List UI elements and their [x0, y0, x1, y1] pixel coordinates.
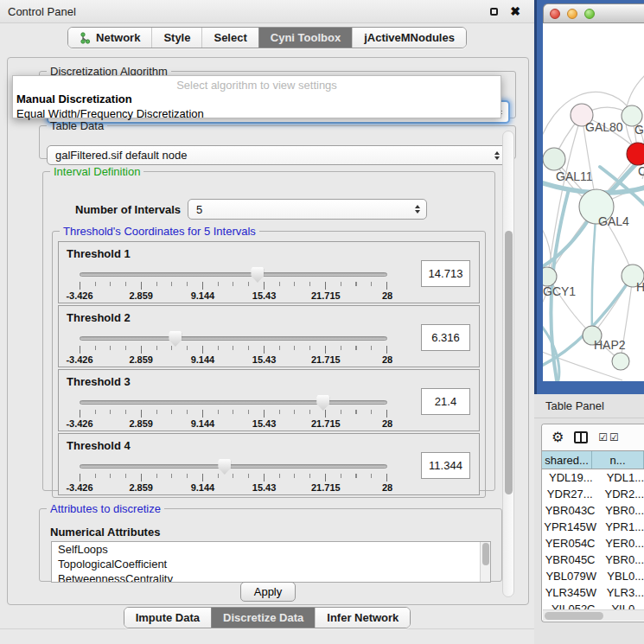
- slider-track[interactable]: [80, 272, 387, 277]
- table-row[interactable]: YBL079WYBL0...: [542, 568, 644, 584]
- table-row[interactable]: YDL19...YDL1...: [542, 469, 644, 486]
- tab-cyni-toolbox[interactable]: Cyni Toolbox: [258, 28, 352, 48]
- list-scrollbar-thumb[interactable]: [482, 543, 489, 565]
- node-partial-bottom[interactable]: [612, 353, 629, 370]
- table-data-group: Table Data galFiltered.sif default node: [39, 119, 516, 159]
- table-data-group-title: Table Data: [47, 119, 107, 132]
- threshold-value-input[interactable]: 14.713: [421, 260, 470, 287]
- apply-button[interactable]: Apply: [240, 582, 296, 602]
- popup-option-equal-width[interactable]: Equal Width/Frequency Discretization: [13, 106, 501, 121]
- table-row[interactable]: YDR27...YDR2...: [542, 486, 644, 502]
- slider-thumb[interactable]: [316, 395, 329, 411]
- column-header-shared-name[interactable]: shared...: [542, 451, 592, 469]
- close-traffic-light-icon[interactable]: [550, 9, 560, 19]
- close-icon[interactable]: ✖: [510, 5, 520, 17]
- list-item[interactable]: TopologicalCoefficient: [52, 557, 490, 571]
- tick-label: 28: [382, 354, 392, 365]
- threshold-label: Threshold 3: [67, 375, 131, 388]
- threshold-row: Threshold 3 -3.426 2.859 9.144 15.43: [58, 369, 480, 431]
- tick-label: 15.43: [252, 290, 277, 301]
- popup-option-manual[interactable]: Manual Discretization: [13, 92, 501, 106]
- threshold-label: Threshold 4: [67, 439, 131, 452]
- slider-tick-labels: -3.426 2.859 9.144 15.43 21.715 28: [80, 418, 387, 429]
- tick-label: 9.144: [191, 290, 215, 301]
- table-row[interactable]: YER054CYER0...: [542, 535, 644, 552]
- node-label: GAL11: [556, 169, 593, 183]
- combo-arrows-icon: [415, 205, 420, 214]
- columns-icon[interactable]: [574, 431, 588, 443]
- tab-infer-network[interactable]: Infer Network: [315, 608, 410, 628]
- tab-style[interactable]: Style: [151, 28, 201, 48]
- tick-label: 21.715: [311, 290, 341, 301]
- table-row[interactable]: YPR145WYPR1...: [542, 519, 644, 535]
- bottom-tabbar: Impute Data Discretize Data Infer Networ…: [0, 607, 534, 628]
- threshold-label: Threshold 1: [67, 247, 131, 260]
- checkbox-icon[interactable]: ☑: [609, 432, 619, 443]
- slider-major-ticks: [80, 346, 387, 354]
- panel-scrollbar[interactable]: [502, 131, 514, 597]
- node-label: C: [638, 164, 644, 178]
- slider-thumb[interactable]: [218, 459, 231, 475]
- threshold-slider[interactable]: -3.426 2.859 9.144 15.43 21.715 28: [80, 329, 387, 366]
- node-label: GCY1: [543, 284, 576, 298]
- tab-discretize-data[interactable]: Discretize Data: [211, 608, 315, 628]
- slider-thumb[interactable]: [169, 331, 182, 347]
- slider-track[interactable]: [80, 464, 387, 469]
- column-header-name[interactable]: n...: [592, 451, 644, 469]
- threshold-slider[interactable]: -3.426 2.859 9.144 15.43 21.715 28: [80, 265, 387, 302]
- table-row[interactable]: YBR045CYBR0...: [542, 552, 644, 568]
- node-label: H: [636, 280, 644, 294]
- node-red-selected[interactable]: [627, 143, 644, 165]
- gear-icon[interactable]: ⚙: [552, 430, 564, 444]
- threshold-value-input[interactable]: 11.344: [421, 452, 470, 479]
- algorithm-dropdown-popup: Select algorithm to view settings Manual…: [12, 75, 501, 118]
- list-item[interactable]: SelfLoops: [52, 542, 490, 557]
- interval-group-title: Interval Definition: [50, 165, 143, 178]
- panel-bottom-divider: [0, 628, 534, 629]
- table-toolbar: ⚙ ☑ ☑: [542, 424, 644, 450]
- popup-header: Select algorithm to view settings: [13, 76, 501, 92]
- minimize-traffic-light-icon[interactable]: [567, 9, 577, 19]
- network-view-window: GAL80 GA C GAL11 GAL4 GCY1 H HAP2: [534, 0, 644, 394]
- tick-label: -3.426: [66, 290, 92, 301]
- tab-network[interactable]: Network: [68, 28, 151, 48]
- float-window-icon[interactable]: [490, 8, 498, 16]
- panel-scrollbar-thumb[interactable]: [505, 231, 513, 494]
- slider-tick-labels: -3.426 2.859 9.144 15.43 21.715 28: [80, 482, 387, 493]
- threshold-value-input[interactable]: 21.4: [421, 388, 470, 415]
- table-panel-titlebar: Table Panel: [534, 394, 644, 418]
- tab-impute-data[interactable]: Impute Data: [124, 608, 211, 628]
- tick-label: -3.426: [66, 482, 92, 493]
- threshold-slider[interactable]: -3.426 2.859 9.144 15.43 21.715 28: [80, 457, 387, 494]
- tab-jactivemnodules[interactable]: jActiveMNodules: [352, 28, 466, 48]
- slider-tick-labels: -3.426 2.859 9.144 15.43 21.715 28: [80, 290, 387, 301]
- thresholds-group-title: Threshold's Coordinates for 5 Intervals: [60, 225, 259, 238]
- threshold-value-input[interactable]: 6.316: [421, 324, 470, 351]
- numerical-attributes-list[interactable]: SelfLoops TopologicalCoefficient Between…: [51, 541, 491, 583]
- thresholds-group: Threshold's Coordinates for 5 Intervals …: [52, 225, 486, 498]
- node-label: GA: [634, 123, 644, 137]
- threshold-slider[interactable]: -3.426 2.859 9.144 15.43 21.715 28: [80, 393, 387, 430]
- node-gcy1[interactable]: [543, 267, 557, 286]
- tab-select[interactable]: Select: [201, 28, 258, 48]
- slider-thumb[interactable]: [251, 267, 264, 283]
- tick-label: 15.43: [252, 354, 277, 365]
- table-data-combobox[interactable]: galFiltered.sif default node: [47, 145, 507, 165]
- num-intervals-combobox[interactable]: 5: [188, 199, 427, 220]
- table-row[interactable]: YBR043CYBR0...: [542, 502, 644, 519]
- slider-track[interactable]: [80, 400, 387, 405]
- table-row[interactable]: YLR345WYLR3...: [542, 584, 644, 601]
- zoom-traffic-light-icon[interactable]: [584, 9, 595, 19]
- threshold-row: Threshold 1 -3.426 2.859 9.144 15.43: [58, 241, 480, 303]
- tick-label: 2.859: [129, 418, 153, 429]
- table-horizontal-scrollbar[interactable]: [543, 609, 644, 621]
- attributes-group-title: Attributes to discretize: [47, 502, 164, 515]
- list-scrollbar[interactable]: [480, 542, 490, 582]
- network-canvas[interactable]: GAL80 GA C GAL11 GAL4 GCY1 H HAP2: [543, 23, 644, 381]
- network-window-titlebar[interactable]: [543, 3, 644, 23]
- slider-track[interactable]: [80, 336, 387, 341]
- node-gal11[interactable]: [543, 148, 565, 170]
- checkbox-icon[interactable]: ☑: [598, 432, 608, 443]
- table-scrollbar-thumb[interactable]: [545, 612, 603, 620]
- table-data-selected: galFiltered.sif default node: [55, 149, 187, 162]
